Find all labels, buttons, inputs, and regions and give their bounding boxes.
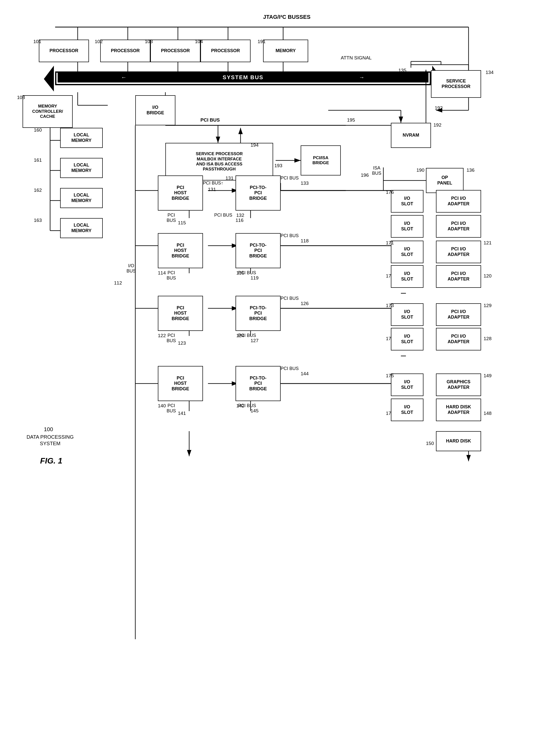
io-slot-173: I/OSLOT [391, 303, 424, 326]
pci-to-pci-bridge-1: PCI-TO- PCI BRIDGE [236, 176, 281, 211]
pci-bus-116: PCI BUS [214, 213, 232, 218]
pci-bus-115: PCIBUS [167, 213, 176, 223]
figure-label: FIG. 1 [40, 456, 63, 466]
local-mem163-number: 163 [34, 218, 42, 223]
pci-io-adapter-row1b: PCI I/OADAPTER [436, 215, 481, 238]
local-mem160-number: 160 [34, 127, 42, 133]
system-bus-text: ← SYSTEM BUS → [121, 74, 365, 81]
label-132: 132 [236, 213, 244, 218]
sp-mailbox-number: 194 [250, 142, 258, 148]
processor-102: PROCESSOR [100, 40, 150, 62]
label-171: 171 [386, 240, 394, 246]
label-192-arrow: 192 [435, 105, 443, 111]
io-bridge: I/O BRIDGE [135, 95, 175, 125]
io-slot-174: I/OSLOT [391, 399, 424, 421]
io-slot-row1b: I/OSLOT [391, 215, 424, 238]
pci-bus-144: PCI BUS [281, 366, 299, 371]
label-114: 114 [158, 270, 166, 276]
mem191-number: 191 [257, 39, 266, 44]
label-145: 145 [250, 408, 258, 414]
label-119: 119 [250, 275, 258, 281]
system-number: 100 [44, 426, 53, 433]
label-150: 150 [426, 441, 434, 446]
pci-bus-133: PCI BUS [281, 176, 299, 181]
processor-101: PROCESSOR [39, 40, 89, 62]
label-115: 115 [178, 220, 186, 226]
pci-bus-126: PCI BUS [281, 296, 299, 301]
label-120: 120 [484, 273, 492, 279]
attn-signal-label: ATTN SIGNAL [341, 55, 371, 61]
memory-191: MEMORY [263, 40, 308, 62]
hard-disk-adapter: HARD DISK ADAPTER [436, 399, 481, 421]
sp-mailbox: SERVICE PROCESSOR MAILBOX INTERFACE AND … [165, 143, 273, 181]
pci-io-adapter-121: PCI I/OADAPTER [436, 240, 481, 263]
memory-controller: MEMORY CONTROLLER/ CACHE [23, 95, 73, 128]
pci-to-pci-bridge-2: PCI-TO-PCIBRIDGE [236, 233, 281, 268]
op-panel-number2: 136 [467, 168, 475, 173]
svg-marker-12 [44, 66, 54, 91]
label-116: 116 [236, 218, 244, 223]
label-144: 144 [301, 371, 309, 376]
pci-bus-145: PCI BUS [238, 403, 256, 408]
hard-disk: HARD DISK [436, 431, 481, 451]
pci-host-bridge-3: PCIHOSTBRIDGE [158, 296, 203, 331]
label-148: 148 [484, 411, 492, 416]
label-175: 175 [386, 373, 394, 378]
pci-isa-bridge: PCI/ISA BRIDGE [301, 145, 341, 176]
pci-to-pci-bridge-3: PCI-TO-PCIBRIDGE [236, 296, 281, 331]
label-133: 133 [301, 181, 309, 186]
proc103-number: 103 [145, 39, 153, 44]
nvram: NVRAM [391, 123, 431, 148]
label-126: 126 [301, 301, 309, 306]
pci-bus-195: 195 [347, 117, 355, 123]
pci-io-adapter-120: PCI I/OADAPTER [436, 265, 481, 288]
local-memory-160: LOCAL MEMORY [60, 128, 103, 148]
graphics-adapter: GRAPHICS ADAPTER [436, 373, 481, 396]
pci-io-adapter-128: PCI I/OADAPTER [436, 328, 481, 350]
label-140: 140 [158, 403, 166, 409]
system-label: DATA PROCESSING SYSTEM [23, 434, 78, 447]
pci-bus-top-label: PCI BUS [200, 117, 220, 123]
pci-io-adapter-129: PCI I/OADAPTER [436, 303, 481, 326]
jtag-bus-label: JTAG/I²C BUSSES [263, 14, 311, 20]
nvram-number: 192 [434, 122, 441, 128]
label-128: 128 [484, 336, 492, 341]
label-131b: 131 [208, 187, 216, 192]
label-127: 127 [250, 338, 258, 343]
proc104-number: 104 [195, 39, 203, 44]
io-slot-176: I/O SLOT [391, 190, 424, 213]
io-bus-label: I/OBUS [126, 263, 136, 274]
op-panel-number: 190 [416, 168, 425, 173]
pci-bus-123: PCIBUS [167, 333, 176, 343]
io-slot-172: I/OSLOT [391, 328, 424, 350]
processor-103: PROCESSOR [150, 40, 200, 62]
pci-host-bridge-4: PCIHOSTBRIDGE [158, 366, 203, 401]
op-panel: OP PANEL [426, 168, 464, 193]
service-processor: SERVICE PROCESSOR [431, 70, 481, 98]
local-memory-161: LOCAL MEMORY [60, 158, 103, 178]
pci-to-pci-bridge-4: PCI-TO-PCIBRIDGE [236, 366, 281, 401]
pci-bus-127: PCI BUS [238, 333, 256, 338]
io-slot-171: I/OSLOT [391, 240, 424, 263]
mem-ctrl-number: 108 [17, 95, 25, 100]
label-118: 118 [301, 238, 309, 244]
label-193: 193 [274, 163, 282, 169]
isa-bus-label: ISABUS [372, 165, 382, 176]
pci-bus-131: PCI BUS↑ [203, 181, 223, 186]
isa-bus-number: 196 [361, 173, 369, 178]
pci-bus-119: PCI BUS [238, 270, 256, 275]
pci-bus-141: PCIBUS [167, 403, 176, 414]
local-mem161-number: 161 [34, 157, 42, 163]
pci-io-adapter-136: PCI I/O ADAPTER [436, 190, 481, 213]
pci-host-bridge-2: PCIHOSTBRIDGE [158, 233, 203, 268]
proc102-number: 102 [95, 39, 103, 44]
label-149: 149 [484, 373, 492, 378]
label-141: 141 [178, 411, 186, 416]
local-memory-163: LOCAL MEMORY [60, 218, 103, 238]
processor-104: PROCESSOR [200, 40, 250, 62]
label-123: 123 [178, 340, 186, 346]
label-173: 173 [386, 303, 394, 308]
label-131: 131 [226, 176, 234, 181]
label-121: 121 [484, 240, 492, 246]
io-slot-175: I/OSLOT [391, 373, 424, 396]
